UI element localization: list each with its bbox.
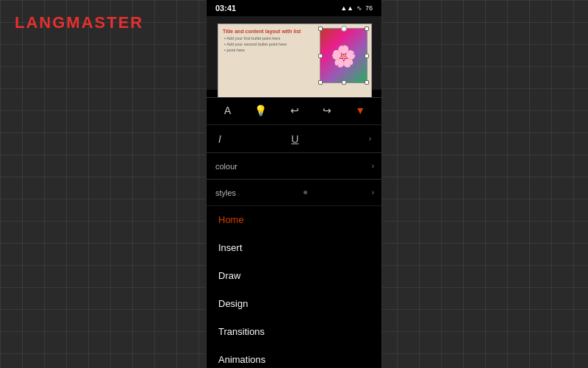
image-handle-tl [318, 26, 323, 31]
format-chevron: › [369, 135, 371, 143]
toolbar-format-btn[interactable]: A [220, 102, 235, 118]
menu-label-insert: Insert [218, 242, 243, 253]
phone-frame: 03:41 ▲▲ ∿ 76 Title and content layout w… [206, 0, 382, 368]
menu-label-home: Home [218, 214, 244, 225]
status-bar: 03:41 ▲▲ ∿ 76 [207, 0, 381, 16]
menu-label-animations: Animations [218, 354, 265, 365]
wifi-icon: ∿ [356, 4, 362, 12]
battery-icon: 76 [365, 4, 373, 12]
menu-item-insert[interactable]: Insert [207, 233, 382, 261]
format-style-row: I U › [207, 124, 382, 152]
slide-image[interactable] [320, 28, 368, 83]
colour-label: colour [215, 162, 237, 171]
italic-btn[interactable]: I [218, 133, 221, 145]
toolbar-row: A 💡 ↩ ↪ ▼ [207, 97, 382, 123]
image-handle-ml [318, 54, 323, 58]
image-handle-mb [342, 80, 346, 85]
toolbar-bulb-btn[interactable]: 💡 [250, 102, 271, 118]
toolbar-undo-btn[interactable]: ↩ [286, 102, 304, 118]
image-handle-tr [365, 26, 369, 31]
menu-label-draw: Draw [218, 270, 240, 281]
menu-item-animations[interactable]: Animations [207, 345, 382, 368]
menu-list: I U › colour › styles › Home Insert [207, 123, 382, 368]
underline-btn[interactable]: U [291, 133, 298, 145]
image-handle-mr [365, 54, 369, 58]
menu-item-draw[interactable]: Draw [207, 261, 382, 289]
toolbar-dropdown-btn[interactable]: ▼ [351, 102, 370, 118]
menu-area: A 💡 ↩ ↪ ▼ I U › colour › styles › [207, 97, 382, 368]
status-time: 03:41 [215, 4, 236, 13]
styles-row[interactable]: styles › [207, 179, 382, 205]
signal-icon: ▲▲ [340, 4, 354, 12]
image-handle-br [365, 80, 369, 85]
image-handle-bl [318, 80, 323, 85]
menu-label-design: Design [218, 298, 248, 309]
status-icons: ▲▲ ∿ 76 [340, 4, 373, 12]
menu-item-home[interactable]: Home [207, 205, 382, 233]
menu-item-transitions[interactable]: Transitions [207, 317, 382, 345]
styles-dot [304, 191, 307, 194]
toolbar-redo-btn[interactable]: ↪ [318, 102, 336, 118]
styles-chevron: › [372, 188, 374, 197]
slide-preview-area: Title and content layout with list • Add… [207, 16, 381, 90]
menu-item-design[interactable]: Design [207, 289, 382, 317]
colour-row[interactable]: colour › [207, 152, 382, 179]
menu-label-transitions: Transitions [218, 326, 265, 337]
logo: LANGMASTER [15, 13, 143, 32]
styles-label: styles [215, 188, 236, 197]
colour-chevron: › [372, 162, 374, 170]
image-handle-top [341, 26, 347, 32]
